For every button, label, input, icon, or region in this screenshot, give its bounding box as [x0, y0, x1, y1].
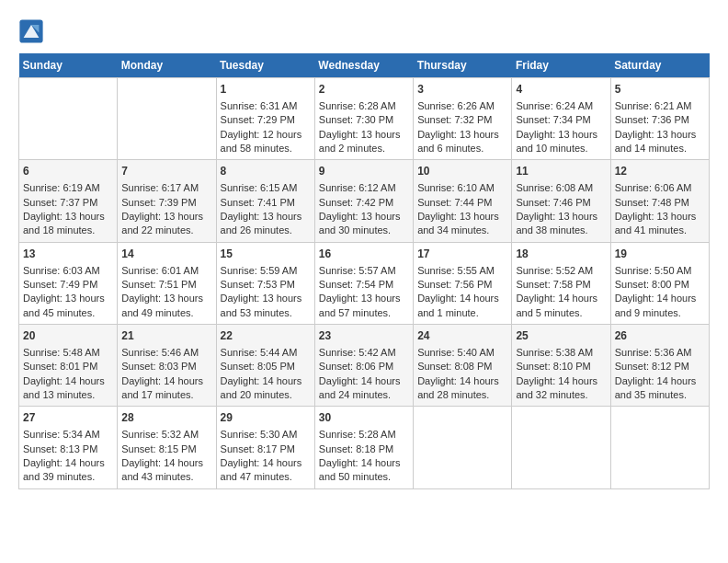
day-info: Sunrise: 5:52 AM — [516, 264, 606, 278]
day-info: Sunrise: 5:30 AM — [221, 428, 311, 442]
day-number: 11 — [516, 164, 606, 179]
day-info: Sunrise: 6:08 AM — [516, 181, 606, 195]
day-info: Sunset: 8:12 PM — [615, 360, 705, 373]
day-info: Daylight: 14 hours and 35 minutes. — [615, 374, 705, 403]
day-number: 23 — [319, 328, 409, 344]
day-info: Daylight: 13 hours and 57 minutes. — [319, 292, 409, 320]
day-cell: 7Sunrise: 6:17 AMSunset: 7:39 PMDaylight… — [118, 160, 216, 242]
day-cell: 21Sunrise: 5:46 AMSunset: 8:03 PMDayligh… — [118, 325, 216, 407]
day-number: 17 — [417, 247, 507, 262]
day-cell: 11Sunrise: 6:08 AMSunset: 7:46 PMDayligh… — [512, 160, 610, 242]
day-cell: 18Sunrise: 5:52 AMSunset: 7:58 PMDayligh… — [512, 242, 610, 324]
logo-icon — [18, 18, 44, 44]
day-info: Sunset: 8:00 PM — [615, 278, 705, 292]
day-info: Sunset: 7:30 PM — [319, 113, 409, 127]
day-info: Sunset: 8:03 PM — [121, 360, 211, 373]
day-cell: 19Sunrise: 5:50 AMSunset: 8:00 PMDayligh… — [610, 242, 709, 324]
week-row-5: 27Sunrise: 5:34 AMSunset: 8:13 PMDayligh… — [19, 407, 710, 488]
day-cell: 25Sunrise: 5:38 AMSunset: 8:10 PMDayligh… — [512, 325, 610, 407]
day-cell: 2Sunrise: 6:28 AMSunset: 7:30 PMDaylight… — [314, 78, 413, 160]
day-info: Sunrise: 6:28 AM — [319, 99, 409, 113]
day-cell: 20Sunrise: 5:48 AMSunset: 8:01 PMDayligh… — [19, 325, 118, 407]
day-number: 27 — [23, 410, 113, 426]
week-row-2: 6Sunrise: 6:19 AMSunset: 7:37 PMDaylight… — [19, 160, 710, 242]
day-info: Sunset: 7:39 PM — [121, 196, 211, 210]
day-info: Sunset: 8:15 PM — [121, 442, 211, 456]
day-info: Sunset: 7:58 PM — [516, 278, 606, 292]
day-info: Sunset: 8:13 PM — [23, 442, 113, 456]
day-number: 30 — [319, 410, 409, 426]
column-header-wednesday: Wednesday — [314, 53, 413, 78]
column-header-sunday: Sunday — [19, 53, 118, 78]
day-info: Sunset: 8:01 PM — [23, 360, 113, 373]
day-number: 18 — [516, 247, 606, 262]
day-info: Sunrise: 6:03 AM — [23, 264, 113, 278]
week-row-3: 13Sunrise: 6:03 AMSunset: 7:49 PMDayligh… — [19, 242, 710, 324]
day-cell: 22Sunrise: 5:44 AMSunset: 8:05 PMDayligh… — [216, 325, 314, 407]
day-info: Sunset: 8:10 PM — [516, 360, 606, 373]
day-info: Daylight: 13 hours and 53 minutes. — [221, 292, 311, 320]
day-info: Sunset: 7:44 PM — [417, 196, 507, 210]
day-info: Sunset: 8:08 PM — [417, 360, 507, 373]
day-cell: 15Sunrise: 5:59 AMSunset: 7:53 PMDayligh… — [216, 242, 314, 324]
day-info: Daylight: 14 hours and 24 minutes. — [319, 374, 409, 403]
day-cell: 30Sunrise: 5:28 AMSunset: 8:18 PMDayligh… — [314, 407, 413, 488]
day-number: 25 — [516, 328, 606, 344]
column-header-friday: Friday — [512, 53, 610, 78]
day-info: Sunset: 7:29 PM — [221, 113, 311, 127]
day-info: Sunrise: 5:55 AM — [417, 264, 507, 278]
day-cell: 24Sunrise: 5:40 AMSunset: 8:08 PMDayligh… — [414, 325, 512, 407]
day-cell: 10Sunrise: 6:10 AMSunset: 7:44 PMDayligh… — [414, 160, 512, 242]
day-info: Sunset: 7:37 PM — [23, 196, 113, 210]
day-number: 9 — [319, 164, 409, 179]
day-info: Daylight: 14 hours and 9 minutes. — [615, 292, 705, 320]
day-info: Sunrise: 5:42 AM — [319, 346, 409, 360]
day-info: Sunrise: 6:31 AM — [221, 99, 311, 113]
day-number: 2 — [319, 82, 409, 98]
day-cell — [19, 78, 118, 160]
day-info: Daylight: 13 hours and 30 minutes. — [319, 210, 409, 238]
day-info: Daylight: 13 hours and 22 minutes. — [121, 210, 211, 238]
day-info: Sunrise: 6:17 AM — [121, 181, 211, 195]
column-header-thursday: Thursday — [414, 53, 512, 78]
day-info: Daylight: 13 hours and 38 minutes. — [516, 210, 606, 238]
day-number: 12 — [615, 164, 705, 179]
day-number: 14 — [121, 247, 211, 262]
column-header-monday: Monday — [118, 53, 216, 78]
day-cell: 29Sunrise: 5:30 AMSunset: 8:17 PMDayligh… — [216, 407, 314, 488]
day-cell: 13Sunrise: 6:03 AMSunset: 7:49 PMDayligh… — [19, 242, 118, 324]
week-row-1: 1Sunrise: 6:31 AMSunset: 7:29 PMDaylight… — [19, 78, 710, 160]
day-number: 19 — [615, 247, 705, 262]
day-info: Daylight: 14 hours and 47 minutes. — [221, 456, 311, 485]
day-info: Sunrise: 5:48 AM — [23, 346, 113, 360]
day-info: Daylight: 14 hours and 39 minutes. — [23, 456, 113, 485]
day-number: 21 — [121, 328, 211, 344]
header — [18, 18, 710, 44]
day-info: Sunrise: 5:50 AM — [615, 264, 705, 278]
day-number: 5 — [615, 82, 705, 98]
day-info: Sunset: 7:32 PM — [417, 113, 507, 127]
day-info: Sunset: 7:41 PM — [221, 196, 311, 210]
day-info: Sunrise: 5:28 AM — [319, 428, 409, 442]
day-info: Daylight: 13 hours and 49 minutes. — [121, 292, 211, 320]
day-info: Daylight: 13 hours and 10 minutes. — [516, 128, 606, 156]
column-header-tuesday: Tuesday — [216, 53, 314, 78]
day-info: Sunset: 8:05 PM — [221, 360, 311, 373]
day-number: 26 — [615, 328, 705, 344]
day-cell: 6Sunrise: 6:19 AMSunset: 7:37 PMDaylight… — [19, 160, 118, 242]
day-info: Sunrise: 6:15 AM — [221, 181, 311, 195]
logo — [18, 18, 48, 44]
day-info: Sunrise: 6:10 AM — [417, 181, 507, 195]
day-cell: 3Sunrise: 6:26 AMSunset: 7:32 PMDaylight… — [414, 78, 512, 160]
day-info: Daylight: 14 hours and 32 minutes. — [516, 374, 606, 403]
day-number: 28 — [121, 410, 211, 426]
day-info: Sunset: 7:34 PM — [516, 113, 606, 127]
day-info: Sunset: 7:53 PM — [221, 278, 311, 292]
day-number: 13 — [23, 247, 113, 262]
header-row: SundayMondayTuesdayWednesdayThursdayFrid… — [19, 53, 710, 78]
week-row-4: 20Sunrise: 5:48 AMSunset: 8:01 PMDayligh… — [19, 325, 710, 407]
day-info: Sunset: 7:49 PM — [23, 278, 113, 292]
day-info: Daylight: 13 hours and 18 minutes. — [23, 210, 113, 238]
day-info: Sunset: 8:17 PM — [221, 442, 311, 456]
day-cell: 26Sunrise: 5:36 AMSunset: 8:12 PMDayligh… — [610, 325, 709, 407]
